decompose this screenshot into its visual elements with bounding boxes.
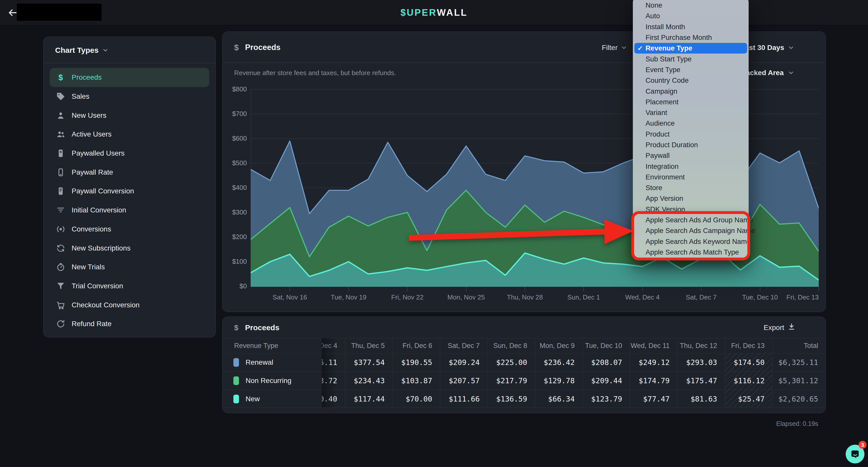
cart-icon	[50, 301, 72, 310]
x-axis-tick	[289, 287, 290, 291]
menu-item-label: None	[646, 1, 662, 9]
menu-item-variant[interactable]: Variant	[634, 107, 747, 118]
sidebar-item-sales[interactable]: Sales	[50, 87, 209, 106]
menu-item-environment[interactable]: Environment	[634, 172, 747, 182]
chevron-down-icon	[788, 44, 794, 51]
x-axis-label: Thu, Nov 28	[497, 293, 553, 301]
sidebar-item-new-trials[interactable]: New Trials	[50, 258, 209, 277]
table-cell: $377.54	[345, 353, 392, 371]
menu-item-label: Sub Start Type	[646, 55, 691, 63]
menu-item-store[interactable]: Store	[634, 182, 747, 193]
sidebar-item-new-subscriptions[interactable]: New Subscriptions	[50, 239, 209, 258]
filter-button[interactable]: Filter	[602, 41, 627, 54]
menu-item-apple-search-ads-match-type[interactable]: Apple Search Ads Match Type	[634, 247, 747, 258]
menu-item-sub-start-type[interactable]: Sub Start Type	[634, 54, 747, 64]
x-axis-tick	[466, 287, 466, 291]
column-header-fri-dec-13: Fri, Dec 13	[725, 338, 772, 353]
export-button[interactable]: Export	[764, 317, 795, 338]
x-axis-tick	[818, 287, 819, 291]
sidebar-item-checkout-conversion[interactable]: Checkout Conversion	[50, 295, 209, 314]
table-cell: $117.44	[345, 390, 392, 408]
menu-item-label: Country Code	[646, 76, 689, 85]
table-cell: $111.66	[440, 390, 487, 408]
y-axis-label: $200	[223, 233, 247, 241]
menu-item-label: Placement	[646, 98, 679, 106]
menu-item-app-version[interactable]: App Version	[634, 193, 747, 204]
x-axis-label: Mon, Nov 25	[438, 293, 494, 301]
chevron-down-icon	[621, 44, 627, 51]
sidebar-item-paywall-rate[interactable]: Paywall Rate	[50, 163, 209, 182]
chat-unread-badge: 3	[859, 441, 866, 449]
y-axis-label: $500	[223, 159, 247, 167]
menu-item-sdk-version[interactable]: SDK Version	[634, 204, 747, 215]
sidebar-item-proceeds[interactable]: $Proceeds	[50, 68, 209, 87]
column-header-total: Total	[772, 338, 826, 353]
x-axis-label: Fri, Dec 13	[771, 293, 819, 301]
sidebar-item-label: Refund Rate	[72, 320, 112, 328]
row-label-text: New	[246, 395, 260, 403]
menu-item-none[interactable]: None	[634, 0, 747, 11]
timer-icon	[50, 262, 72, 272]
column-header-wed-dec-11: Wed, Dec 11	[630, 338, 677, 353]
table-cell: $116.12	[725, 371, 772, 390]
date-range-button[interactable]: Last 30 Days	[741, 41, 794, 54]
menu-item-product[interactable]: Product	[634, 129, 747, 140]
sidebar-item-active-users[interactable]: Active Users	[50, 125, 209, 144]
chevron-down-icon	[102, 47, 109, 54]
menu-item-audience[interactable]: Audience	[634, 118, 747, 129]
sidebar-item-refund-rate[interactable]: Refund Rate	[50, 314, 209, 333]
export-label: Export	[764, 324, 784, 332]
sidebar-item-trial-conversion[interactable]: Trial Conversion	[50, 277, 209, 296]
menu-item-event-type[interactable]: Event Type	[634, 64, 747, 75]
chart-types-header[interactable]: Chart Types	[55, 43, 109, 57]
menu-item-country-code[interactable]: Country Code	[634, 75, 747, 86]
table-cell: 43.72	[322, 371, 345, 390]
menu-item-apple-search-ads-keyword-name[interactable]: Apple Search Ads Keyword Name	[634, 236, 747, 247]
x-axis-label: Tue, Nov 19	[321, 293, 377, 301]
sidebar-item-conversions[interactable]: Conversions	[50, 220, 209, 239]
smartphone-filled-icon	[50, 149, 72, 158]
table-cell: $234.43	[345, 371, 392, 390]
menu-item-apple-search-ads-ad-group-name[interactable]: Apple Search Ads Ad Group Name	[634, 215, 747, 225]
filter-lines-icon	[50, 206, 72, 215]
checkmark-icon: ✓	[638, 44, 643, 52]
dollar-icon: $	[234, 317, 239, 338]
sidebar-item-initial-conversion[interactable]: Initial Conversion	[50, 201, 209, 220]
column-header-thu-dec-12: Thu, Dec 12	[677, 338, 725, 353]
menu-item-label: Product Duration	[646, 141, 698, 149]
radio-signal-icon	[50, 225, 72, 234]
menu-item-install-month[interactable]: Install Month	[634, 22, 747, 32]
chart-types-sidebar: Chart Types $ProceedsSalesNew UsersActiv…	[43, 37, 216, 338]
sidebar-item-label: Active Users	[72, 130, 112, 138]
column-header-tue-dec-10: Tue, Dec 10	[582, 338, 630, 353]
row-label-renewal: Renewal	[223, 353, 322, 371]
funnel-icon	[50, 281, 72, 291]
refresh-cycle-icon	[50, 244, 72, 253]
column-header-revenue-type: Revenue Type	[223, 338, 322, 353]
menu-item-label: Store	[646, 184, 662, 192]
table-cell: $209.44	[582, 371, 630, 390]
divider	[44, 63, 215, 63]
menu-item-placement[interactable]: Placement	[634, 97, 747, 107]
table-cell: $236.42	[535, 353, 582, 371]
menu-item-apple-search-ads-campaign-name[interactable]: Apple Search Ads Campaign Name	[634, 225, 747, 236]
smartphone-outline-icon	[50, 168, 72, 177]
menu-item-revenue-type[interactable]: ✓Revenue Type	[634, 43, 747, 54]
menu-item-paywall[interactable]: Paywall	[634, 150, 747, 161]
panel-subtitle: Revenue after store fees and taxes, but …	[234, 69, 396, 77]
sidebar-item-paywalled-users[interactable]: Paywalled Users	[50, 144, 209, 163]
menu-item-integration[interactable]: Integration	[634, 161, 747, 172]
dollar-icon: $	[234, 32, 239, 63]
menu-item-campaign[interactable]: Campaign	[634, 86, 747, 96]
user-icon	[50, 111, 72, 120]
table-cell: $77.47	[630, 390, 677, 408]
sidebar-item-new-users[interactable]: New Users	[50, 106, 209, 125]
table-cell: $209.24	[440, 353, 487, 371]
menu-item-product-duration[interactable]: Product Duration	[634, 140, 747, 150]
sidebar-item-paywall-conversion[interactable]: Paywall Conversion	[50, 182, 209, 201]
row-label-text: Non Recurring	[246, 377, 291, 385]
menu-item-auto[interactable]: Auto	[634, 11, 747, 21]
menu-item-first-purchase-month[interactable]: First Purchase Month	[634, 32, 747, 43]
menu-item-label: Revenue Type	[646, 44, 692, 52]
x-axis-label: Sat, Dec 7	[673, 293, 729, 301]
